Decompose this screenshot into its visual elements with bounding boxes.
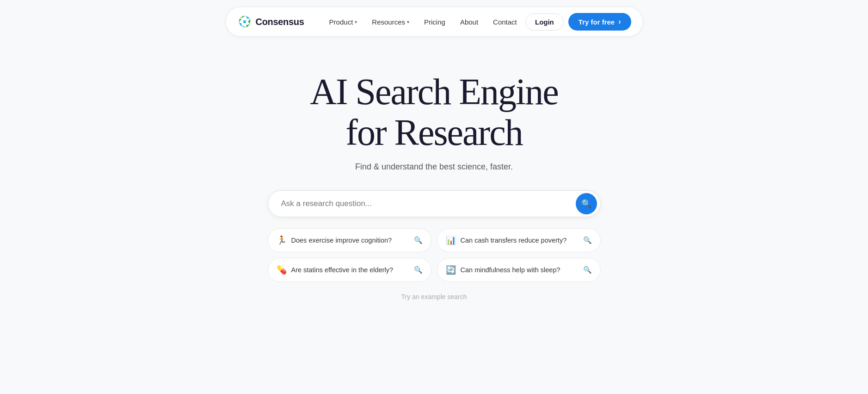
hero-title: AI Search Engine for Research <box>310 71 558 153</box>
try-free-label: Try for free <box>579 18 615 26</box>
nav-about-label: About <box>460 18 478 26</box>
chip-text-1: Can cash transfers reduce poverty? <box>461 237 567 244</box>
login-button[interactable]: Login <box>525 13 564 31</box>
nav-actions: Login Try for free › <box>525 13 631 31</box>
example-chip-0[interactable]: 🏃 Does exercise improve cognition? 🔍 <box>268 228 431 252</box>
try-example-label: Try an example search <box>401 293 467 300</box>
chip-text-3: Can mindfulness help with sleep? <box>461 266 560 274</box>
example-chip-1[interactable]: 📊 Can cash transfers reduce poverty? 🔍 <box>437 228 601 252</box>
hero-title-line2: for Research <box>345 112 522 153</box>
hero-title-line1: AI Search Engine <box>310 71 558 112</box>
chip-emoji-1: 📊 <box>446 235 456 245</box>
nav-product-label: Product <box>329 18 353 26</box>
chip-search-icon-3: 🔍 <box>583 266 592 274</box>
nav-contact-label: Contact <box>493 18 517 26</box>
nav-pricing-label: Pricing <box>424 18 445 26</box>
nav-links: Product ▾ Resources ▾ Pricing About Cont… <box>323 14 525 30</box>
search-container: 🔍 <box>268 190 601 217</box>
example-chip-2[interactable]: 💊 Are statins effective in the elderly? … <box>268 258 431 282</box>
chip-search-icon-1: 🔍 <box>583 236 592 244</box>
try-free-button[interactable]: Try for free › <box>568 13 631 31</box>
nav-item-product[interactable]: Product ▾ <box>323 14 364 30</box>
chip-emoji-0: 🏃 <box>277 235 287 245</box>
chip-text-2: Are statins effective in the elderly? <box>291 266 394 274</box>
nav-item-about[interactable]: About <box>454 14 485 30</box>
search-input[interactable] <box>268 190 601 217</box>
arrow-right-icon: › <box>618 18 621 26</box>
consensus-logo-icon <box>237 14 252 29</box>
example-chip-3[interactable]: 🔄 Can mindfulness help with sleep? 🔍 <box>437 258 601 282</box>
chip-emoji-3: 🔄 <box>446 265 456 275</box>
example-searches-grid: 🏃 Does exercise improve cognition? 🔍 📊 C… <box>268 228 601 282</box>
nav-resources-label: Resources <box>372 18 405 26</box>
main-navbar: Consensus Product ▾ Resources ▾ Pricing … <box>226 7 642 36</box>
nav-item-resources[interactable]: Resources ▾ <box>365 14 416 30</box>
logo-link[interactable]: Consensus <box>237 14 304 29</box>
chip-emoji-2: 💊 <box>277 265 287 275</box>
product-chevron-icon: ▾ <box>355 19 357 25</box>
chip-search-icon-0: 🔍 <box>414 236 423 244</box>
nav-item-pricing[interactable]: Pricing <box>418 14 452 30</box>
search-button[interactable]: 🔍 <box>576 193 597 214</box>
logo-text: Consensus <box>256 17 304 27</box>
search-icon: 🔍 <box>581 199 591 209</box>
hero-subtitle: Find & understand the best science, fast… <box>355 162 513 172</box>
chip-search-icon-2: 🔍 <box>414 266 423 274</box>
nav-item-contact[interactable]: Contact <box>486 14 523 30</box>
chip-text-0: Does exercise improve cognition? <box>291 237 392 244</box>
resources-chevron-icon: ▾ <box>407 19 409 25</box>
hero-section: AI Search Engine for Research Find & und… <box>0 44 868 394</box>
svg-point-1 <box>243 20 246 23</box>
